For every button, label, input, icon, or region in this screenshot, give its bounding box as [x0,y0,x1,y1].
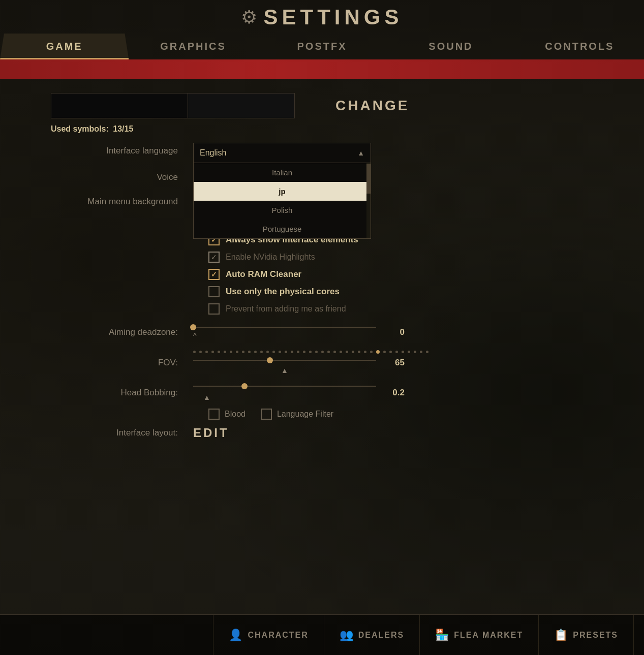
page-container: ⚙ SETTINGS GAME GRAPHICS POSTFX SOUND CO… [0,0,644,655]
language-dropdown-selected[interactable]: English ▲ [193,143,371,163]
fov-dot-33 [389,351,392,353]
checkbox-auto-ram-label: Auto RAM Cleaner [226,269,301,279]
change-button[interactable]: CHANGE [335,98,409,114]
slider-row-head-bobbing: Head Bobbing: ▲ 0.2 [51,383,603,402]
fov-dot-39 [426,351,428,353]
fov-dot-25 [340,351,342,353]
tab-controls[interactable]: CONTROLS [515,34,644,59]
dropdown-item-portuguese[interactable]: Portuguese [194,220,371,238]
fov-dot-18 [297,351,299,353]
tab-graphics[interactable]: GRAPHICS [129,34,257,59]
tab-postfx[interactable]: POSTFX [258,34,386,59]
fov-dot-20 [309,351,312,353]
interface-layout-label: Interface layout: [51,428,193,438]
checkbox-row-prevent-friend: Prevent from adding me as friend [208,303,603,315]
head-bobbing-value: 0.2 [384,388,405,398]
dropdown-scrollbar-thumb [366,164,371,194]
fov-dot-7 [230,351,232,353]
fov-slider-with-arrow [193,358,376,363]
username-section: CHANGE [51,93,603,118]
gear-icon: ⚙ [241,7,257,28]
fov-dot-34 [395,351,398,353]
dropdown-scrollbar[interactable] [366,163,371,238]
head-bobbing-control: ▲ 0.2 [193,384,603,402]
nav-tabs: GAME GRAPHICS POSTFX SOUND CONTROLS [0,34,644,59]
fov-slider-thumb[interactable] [267,357,273,363]
fov-dot-19 [303,351,305,353]
checkbox-nvidia[interactable] [208,252,220,263]
fov-dot-27 [352,351,354,353]
fov-slider-container: ▲ [193,350,376,375]
dropdown-item-jp[interactable]: jp [194,182,371,201]
checkbox-prevent-friend[interactable] [208,303,220,315]
tab-game[interactable]: GAME [0,34,129,59]
bottom-nav-dealers[interactable]: 👥 DEALERS [324,615,419,655]
username-input-right[interactable] [188,93,295,118]
blood-label: Blood [225,410,246,419]
fov-slider-track[interactable] [193,360,376,361]
toggle-blood: Blood [208,409,246,420]
fov-dot-28 [358,351,360,353]
bottom-nav: 👤 CHARACTER 👥 DEALERS 🏪 FLEA MARKET 📋 PR… [0,614,644,655]
language-dropdown[interactable]: English ▲ Italian jp Polish [193,143,371,163]
checkbox-language-filter[interactable] [261,409,272,420]
checkbox-row-auto-ram: Auto RAM Cleaner [208,269,603,280]
aiming-slider-track[interactable] [193,327,376,328]
flea-market-label: FLEA MARKET [454,631,523,640]
interface-language-control: English ▲ Italian jp Polish [193,143,603,163]
edit-button[interactable]: EDIT [193,426,229,440]
main-menu-background-label: Main menu background [51,194,193,207]
fov-dot-9 [242,351,244,353]
slider-row-aiming: Aiming deadzone: ^ 0 [51,323,603,342]
checkbox-blood[interactable] [208,409,220,420]
aiming-slider-container: ^ [193,325,376,340]
aiming-up-arrow[interactable]: ^ [193,332,376,340]
character-label: CHARACTER [248,631,308,640]
head-bobbing-slider-thumb[interactable] [241,383,248,389]
fov-label: FOV: [51,358,193,368]
language-filter-label: Language Filter [277,410,333,419]
language-dropdown-list: Italian jp Polish Portuguese [193,163,371,239]
toggle-row: Blood Language Filter [51,409,603,420]
checkbox-physical-cores-label: Use only the physical cores [226,287,340,297]
aiming-slider-thumb[interactable] [190,324,196,330]
toggle-language-filter: Language Filter [261,409,333,420]
presets-label: PRESETS [573,631,618,640]
bottom-nav-character[interactable]: 👤 CHARACTER [213,615,323,655]
bottom-nav-presets[interactable]: 📋 PRESETS [538,615,634,655]
fov-dot-13 [266,351,269,353]
fov-dotted-slider [193,350,376,354]
checkbox-prevent-friend-label: Prevent from adding me as friend [226,304,346,314]
tab-sound[interactable]: SOUND [386,34,515,59]
fov-dot-11 [254,351,257,353]
fov-dot-3 [205,351,208,353]
head-bobbing-up-arrow[interactable]: ▲ [193,393,376,402]
red-banner [0,59,644,79]
fov-dot-24 [333,351,336,353]
aiming-deadzone-control: ^ 0 [193,325,603,340]
fov-value: 65 [384,358,405,368]
page-title: SETTINGS [263,5,403,29]
head-bobbing-label: Head Bobbing: [51,388,193,398]
fov-dot-38 [420,351,422,353]
head-bobbing-slider-container: ▲ [193,384,376,402]
fov-dot-32 [383,351,386,353]
sliders-section: Aiming deadzone: ^ 0 FOV: [51,323,603,402]
fov-up-arrow[interactable]: ▲ [193,366,376,375]
dropdown-item-polish[interactable]: Polish [194,201,371,220]
bottom-nav-flea-market[interactable]: 🏪 FLEA MARKET [419,615,538,655]
checkbox-nvidia-label: Enable NVidia Highlights [226,253,315,262]
dropdown-arrow-icon: ▲ [357,149,364,157]
fov-dot-4 [211,351,214,353]
fov-dot-36 [408,351,410,353]
fov-dot-8 [236,351,238,353]
head-bobbing-slider-track[interactable] [193,386,376,387]
used-symbols: Used symbols: 13/15 [51,124,603,134]
dropdown-item-italian[interactable]: Italian [194,163,371,182]
aiming-deadzone-label: Aiming deadzone: [51,327,193,337]
username-input-left[interactable] [51,93,188,118]
fov-dot-active [376,350,380,354]
checkbox-physical-cores[interactable] [208,286,220,297]
checkbox-auto-ram[interactable] [208,269,220,280]
fov-dot-14 [272,351,275,353]
